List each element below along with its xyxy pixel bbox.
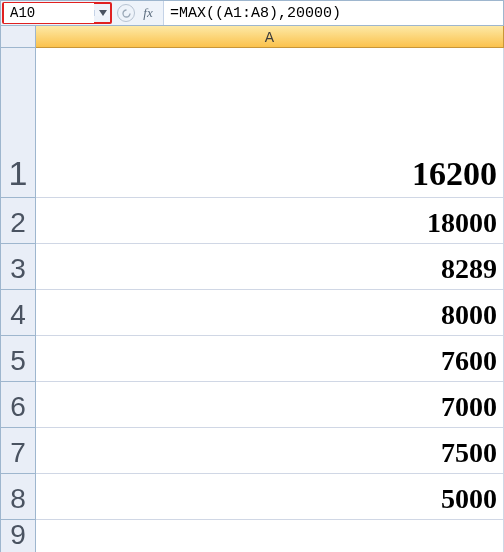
insert-function-button[interactable]: fx [137,5,159,21]
name-box[interactable] [4,3,94,23]
select-all-corner[interactable] [0,26,36,48]
cell[interactable]: 5000 [36,474,504,520]
name-box-dropdown[interactable] [94,10,110,16]
row-header[interactable]: 9 [0,520,36,552]
row-header[interactable]: 5 [0,336,36,382]
cell[interactable] [36,520,504,552]
cell[interactable]: 7600 [36,336,504,382]
row-header[interactable]: 3 [0,244,36,290]
row-header[interactable]: 4 [0,290,36,336]
row-header[interactable]: 1 [0,48,36,198]
row-header[interactable]: 2 [0,198,36,244]
worksheet-grid: A 1 16200 2 18000 3 8289 4 8000 5 7600 6… [0,26,504,552]
cell[interactable]: 7500 [36,428,504,474]
svg-marker-0 [99,10,107,16]
row-header[interactable]: 6 [0,382,36,428]
cell[interactable]: 16200 [36,48,504,198]
name-box-highlight [2,2,112,24]
formula-bar-buttons: fx [113,1,163,25]
row-header[interactable]: 7 [0,428,36,474]
cell[interactable]: 7000 [36,382,504,428]
cell[interactable]: 8000 [36,290,504,336]
cancel-icon[interactable] [117,4,135,22]
cell[interactable]: 18000 [36,198,504,244]
formula-input[interactable] [163,1,503,25]
row-header[interactable]: 8 [0,474,36,520]
chevron-down-icon [99,10,107,16]
formula-bar: fx [0,0,504,26]
cell[interactable]: 8289 [36,244,504,290]
column-header-A[interactable]: A [36,26,504,48]
